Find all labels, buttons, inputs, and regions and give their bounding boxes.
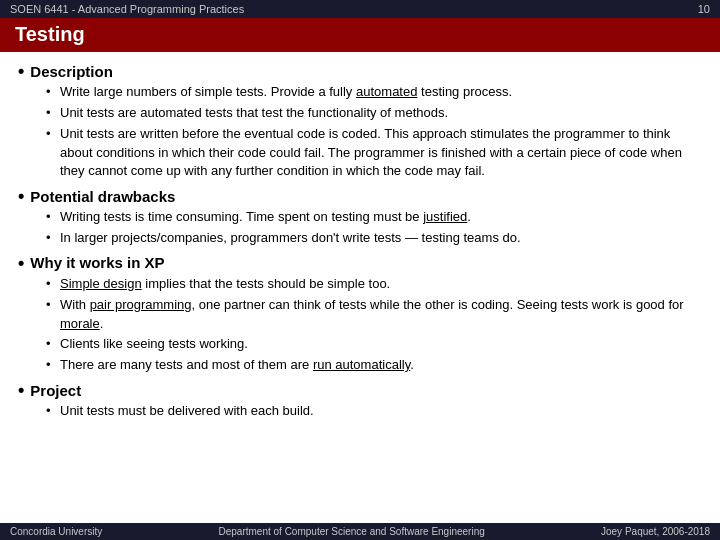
sub-bullet: • [46, 357, 54, 372]
section-header-project: •Project [18, 381, 702, 399]
footer-left: Concordia University [10, 526, 102, 537]
sub-text: Write large numbers of simple tests. Pro… [60, 83, 702, 102]
list-item: •There are many tests and most of them a… [46, 356, 702, 375]
sub-list: •Writing tests is time consuming. Time s… [46, 208, 702, 248]
list-item: •Write large numbers of simple tests. Pr… [46, 83, 702, 102]
bullet-dot: • [18, 381, 24, 399]
bullet-dot: • [18, 187, 24, 205]
slide-content: •Description•Write large numbers of simp… [0, 52, 720, 502]
sub-text: Clients like seeing tests working. [60, 335, 702, 354]
header-bar: SOEN 6441 - Advanced Programming Practic… [0, 0, 720, 18]
list-item: •Unit tests are automated tests that tes… [46, 104, 702, 123]
section-label: Description [30, 63, 113, 80]
list-item: •With pair programming, one partner can … [46, 296, 702, 334]
section-project: •Project•Unit tests must be delivered wi… [18, 381, 702, 421]
sub-bullet: • [46, 126, 54, 141]
list-item: •Clients like seeing tests working. [46, 335, 702, 354]
sub-text: There are many tests and most of them ar… [60, 356, 702, 375]
section-why-it-works: •Why it works in XP•Simple design implie… [18, 254, 702, 375]
sub-bullet: • [46, 297, 54, 312]
section-potential-drawbacks: •Potential drawbacks•Writing tests is ti… [18, 187, 702, 248]
section-description: •Description•Write large numbers of simp… [18, 62, 702, 181]
list-item: •In larger projects/companies, programme… [46, 229, 702, 248]
sub-text: Unit tests are written before the eventu… [60, 125, 702, 182]
footer-bar: Concordia University Department of Compu… [0, 523, 720, 540]
section-header-potential-drawbacks: •Potential drawbacks [18, 187, 702, 205]
sub-text: Simple design implies that the tests sho… [60, 275, 702, 294]
section-label: Project [30, 382, 81, 399]
sub-text: Unit tests must be delivered with each b… [60, 402, 702, 421]
section-label: Why it works in XP [30, 254, 164, 271]
sub-list: •Simple design implies that the tests sh… [46, 275, 702, 375]
slide-title-bar: Testing [0, 18, 720, 52]
list-item: •Simple design implies that the tests sh… [46, 275, 702, 294]
section-label: Potential drawbacks [30, 188, 175, 205]
sub-text: In larger projects/companies, programmer… [60, 229, 702, 248]
list-item: •Unit tests must be delivered with each … [46, 402, 702, 421]
sub-bullet: • [46, 403, 54, 418]
sub-list: •Unit tests must be delivered with each … [46, 402, 702, 421]
footer-center: Department of Computer Science and Softw… [219, 526, 485, 537]
bullet-dot: • [18, 62, 24, 80]
footer-right: Joey Paquet, 2006-2018 [601, 526, 710, 537]
sub-text: Unit tests are automated tests that test… [60, 104, 702, 123]
list-item: •Unit tests are written before the event… [46, 125, 702, 182]
sub-bullet: • [46, 105, 54, 120]
bullet-dot: • [18, 254, 24, 272]
sub-text: Writing tests is time consuming. Time sp… [60, 208, 702, 227]
course-title: SOEN 6441 - Advanced Programming Practic… [10, 3, 244, 15]
sub-bullet: • [46, 336, 54, 351]
sub-list: •Write large numbers of simple tests. Pr… [46, 83, 702, 181]
sub-bullet: • [46, 230, 54, 245]
sub-text: With pair programming, one partner can t… [60, 296, 702, 334]
sub-bullet: • [46, 209, 54, 224]
section-header-why-it-works: •Why it works in XP [18, 254, 702, 272]
list-item: •Writing tests is time consuming. Time s… [46, 208, 702, 227]
section-header-description: •Description [18, 62, 702, 80]
sub-bullet: • [46, 84, 54, 99]
slide-title: Testing [15, 23, 85, 45]
sub-bullet: • [46, 276, 54, 291]
slide-number: 10 [698, 3, 710, 15]
